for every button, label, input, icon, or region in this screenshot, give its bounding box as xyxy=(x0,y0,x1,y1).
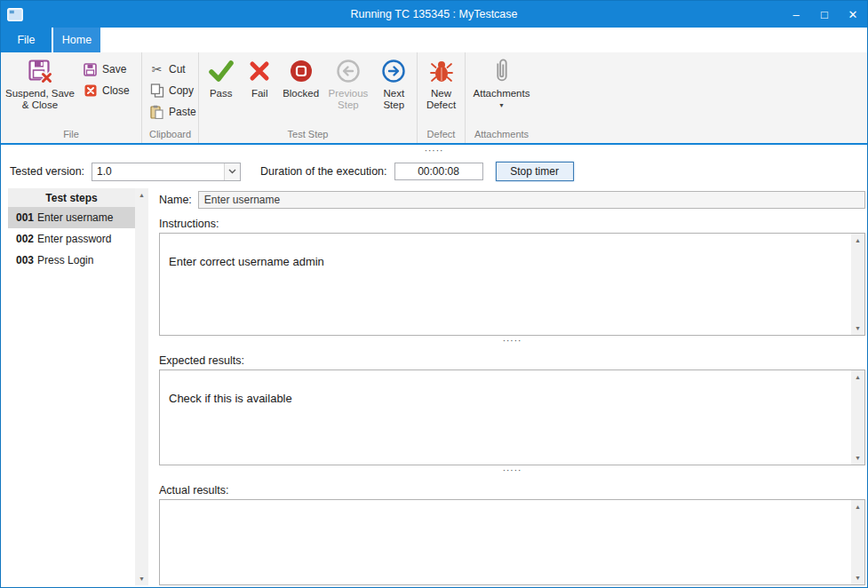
previous-step-icon xyxy=(336,57,361,85)
tested-version-value: 1.0 xyxy=(92,163,224,180)
titlebar: Running TC 135345 : MyTestcase – □ ✕ xyxy=(1,1,867,28)
close-window-button[interactable]: ✕ xyxy=(839,1,867,28)
ribbon-collapse-handle[interactable]: ····· xyxy=(425,147,444,155)
duration-input[interactable] xyxy=(394,163,483,180)
execution-toolbar: Tested version: 1.0 Duration of the exec… xyxy=(1,156,867,187)
scroll-up-icon[interactable]: ▲ xyxy=(135,188,148,202)
ribbon-group-test-step: Pass Fail Blocked xyxy=(198,52,417,143)
save-icon xyxy=(82,62,99,77)
scroll-up-icon[interactable]: ▲ xyxy=(851,500,864,513)
instructions-scrollbar[interactable]: ▲ ▼ xyxy=(851,234,864,335)
previous-step-button[interactable]: Previous Step xyxy=(323,52,372,128)
test-step-item-001[interactable]: 001 Enter username xyxy=(8,207,135,228)
scroll-down-icon[interactable]: ▼ xyxy=(851,451,864,465)
paste-button[interactable]: Paste xyxy=(144,101,201,123)
splitter-expected-actual[interactable]: ····· xyxy=(159,465,865,476)
instructions-textarea[interactable]: Enter correct username admin ▲ ▼ xyxy=(159,233,865,336)
next-step-button[interactable]: Next Step xyxy=(373,52,415,128)
previous-step-label: Previous Step xyxy=(323,88,372,111)
scroll-up-icon[interactable]: ▲ xyxy=(851,234,864,247)
blocked-icon xyxy=(289,57,314,85)
splitter-instructions-expected[interactable]: ····· xyxy=(159,336,865,346)
ribbon-group-clipboard: ✂ Cut Copy Paste xyxy=(141,52,198,143)
tab-file[interactable]: File xyxy=(1,28,52,52)
tab-home[interactable]: Home xyxy=(53,28,100,52)
scroll-down-icon[interactable]: ▼ xyxy=(851,571,864,584)
instructions-label: Instructions: xyxy=(159,218,865,230)
actual-results-scrollbar[interactable]: ▲ ▼ xyxy=(851,500,864,584)
step-detail-panel: Name: Instructions: Enter correct userna… xyxy=(159,188,865,585)
test-steps-scrollbar[interactable]: ▲ ▼ xyxy=(135,188,148,585)
window-controls: – □ ✕ xyxy=(782,1,867,28)
copy-icon xyxy=(148,83,165,99)
ribbon-tab-row: File Home xyxy=(1,28,867,52)
group-label-attachments: Attachments xyxy=(466,128,538,143)
test-step-item-003[interactable]: 003 Press Login xyxy=(8,250,135,271)
paste-icon xyxy=(148,105,165,120)
cut-label: Cut xyxy=(169,63,186,75)
ribbon-group-defect: New Defect Defect xyxy=(417,52,465,143)
instructions-text: Enter correct username admin xyxy=(160,234,851,335)
suspend-save-close-icon xyxy=(27,57,53,85)
group-label-test-step: Test Step xyxy=(199,128,417,143)
name-label: Name: xyxy=(159,194,192,206)
suspend-save-close-label: Suspend, Save & Close xyxy=(3,88,77,111)
cut-icon: ✂ xyxy=(148,62,165,77)
group-label-clipboard: Clipboard xyxy=(142,128,198,143)
close-button[interactable]: Close xyxy=(77,80,134,101)
test-steps-panel: Test steps 001 Enter username 002 Enter … xyxy=(8,188,148,585)
test-step-item-002[interactable]: 002 Enter password xyxy=(8,228,135,250)
file-group-small-buttons: Save Close xyxy=(77,52,134,128)
blocked-label: Blocked xyxy=(283,88,319,99)
close-icon xyxy=(82,83,99,99)
suspend-save-close-button[interactable]: Suspend, Save & Close xyxy=(3,52,77,128)
maximize-button[interactable]: □ xyxy=(810,1,839,28)
new-defect-icon xyxy=(430,57,453,85)
tested-version-combobox[interactable]: 1.0 xyxy=(92,163,241,181)
fail-button[interactable]: Fail xyxy=(241,52,277,128)
test-steps-header: Test steps xyxy=(8,188,135,207)
scroll-down-icon[interactable]: ▼ xyxy=(135,572,148,585)
new-defect-label: New Defect xyxy=(419,88,463,111)
pass-label: Pass xyxy=(210,88,233,99)
duration-label: Duration of the execution: xyxy=(260,165,386,178)
next-step-label: Next Step xyxy=(373,88,415,111)
step-name-input[interactable] xyxy=(198,191,865,209)
pass-button[interactable]: Pass xyxy=(201,52,241,128)
chevron-down-icon[interactable] xyxy=(224,163,240,180)
scroll-down-icon[interactable]: ▼ xyxy=(851,322,864,335)
new-defect-button[interactable]: New Defect xyxy=(419,52,463,128)
test-steps-list: 001 Enter username 002 Enter password 00… xyxy=(8,207,135,585)
minimize-button[interactable]: – xyxy=(782,1,810,28)
save-button[interactable]: Save xyxy=(77,59,134,80)
actual-results-label: Actual results: xyxy=(159,484,865,497)
save-label: Save xyxy=(102,63,126,75)
app-window: Running TC 135345 : MyTestcase – □ ✕ Fil… xyxy=(0,0,868,588)
stop-timer-button[interactable]: Stop timer xyxy=(496,162,574,181)
ribbon-collapse-row: ····· xyxy=(1,145,867,156)
group-label-file: File xyxy=(1,128,141,143)
expected-results-scrollbar[interactable]: ▲ ▼ xyxy=(851,370,864,465)
group-label-defect: Defect xyxy=(418,128,465,143)
pass-icon xyxy=(208,57,235,85)
copy-button[interactable]: Copy xyxy=(144,80,201,101)
actual-results-textarea[interactable]: ▲ ▼ xyxy=(159,499,865,585)
expected-results-text: Check if this is available xyxy=(160,370,851,465)
attachments-label: Attachments xyxy=(474,88,530,99)
app-icon[interactable] xyxy=(7,8,23,21)
copy-label: Copy xyxy=(169,84,194,97)
cut-button[interactable]: ✂ Cut xyxy=(144,59,201,80)
blocked-button[interactable]: Blocked xyxy=(278,52,323,128)
window-title: Running TC 135345 : MyTestcase xyxy=(1,1,867,28)
content-area: Test steps 001 Enter username 002 Enter … xyxy=(1,187,867,587)
ribbon-group-attachments: Attachments ▼ Attachments xyxy=(465,52,538,143)
expected-results-textarea[interactable]: Check if this is available ▲ ▼ xyxy=(159,369,865,465)
fail-icon xyxy=(248,57,271,85)
scroll-up-icon[interactable]: ▲ xyxy=(851,370,864,384)
attachments-dropdown-icon[interactable]: ▼ xyxy=(498,102,505,108)
attachments-button[interactable]: Attachments ▼ xyxy=(467,52,536,128)
paste-label: Paste xyxy=(169,106,196,118)
tested-version-label: Tested version: xyxy=(10,165,84,178)
actual-results-text xyxy=(160,500,851,584)
ribbon-empty-area xyxy=(538,52,867,143)
